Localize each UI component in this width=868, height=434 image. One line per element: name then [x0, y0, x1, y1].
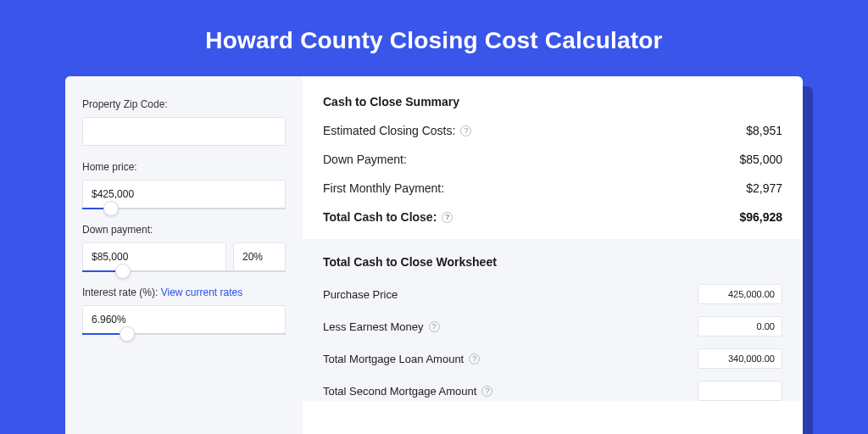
interest-input[interactable] [82, 305, 286, 334]
worksheet-row-value[interactable]: 425,000.00 [698, 284, 782, 304]
worksheet-row: Purchase Price425,000.00 [323, 284, 782, 304]
summary-row-label: Down Payment: [323, 153, 407, 166]
summary-row-value: $8,951 [746, 124, 782, 137]
down-payment-slider[interactable] [82, 270, 286, 272]
interest-label-text: Interest rate (%): [82, 287, 161, 298]
summary-rows: Estimated Closing Costs:?$8,951Down Paym… [323, 124, 782, 195]
down-payment-slider-knob[interactable] [115, 264, 131, 279]
help-icon[interactable]: ? [481, 386, 492, 397]
home-price-group: Home price: [82, 161, 286, 209]
interest-slider[interactable] [82, 333, 286, 335]
zip-input[interactable] [82, 117, 286, 146]
help-icon[interactable]: ? [460, 125, 471, 136]
worksheet-row-value[interactable]: 340,000.00 [698, 348, 782, 369]
summary-total-label: Total Cash to Close: [323, 210, 437, 224]
summary-row-label: First Monthly Payment: [323, 181, 444, 195]
home-price-slider[interactable] [82, 208, 286, 209]
interest-slider-knob[interactable] [120, 326, 135, 342]
zip-group: Property Zip Code: [82, 98, 286, 146]
zip-label: Property Zip Code: [82, 98, 286, 110]
worksheet-row-value[interactable]: 0.00 [698, 316, 782, 337]
worksheet-row: Less Earnest Money?0.00 [323, 316, 782, 337]
down-payment-input[interactable] [82, 242, 226, 271]
interest-group: Interest rate (%): View current rates [82, 287, 286, 334]
summary-total-row: Total Cash to Close: ? $96,928 [323, 210, 782, 224]
worksheet-row-label: Total Mortgage Loan Amount [323, 353, 464, 365]
worksheet-row-label: Less Earnest Money [323, 320, 424, 333]
inputs-panel: Property Zip Code: Home price: Down paym… [65, 76, 303, 434]
page-title: Howard County Closing Cost Calculator [0, 0, 868, 54]
view-rates-link[interactable]: View current rates [161, 287, 243, 298]
summary-row-label: Estimated Closing Costs: [323, 124, 455, 137]
worksheet-title: Total Cash to Close Worksheet [323, 255, 782, 269]
worksheet-row-value[interactable] [698, 381, 782, 401]
summary-row: Down Payment:$85,000 [323, 153, 782, 166]
calculator-card: Property Zip Code: Home price: Down paym… [65, 76, 803, 434]
summary-row: First Monthly Payment:$2,977 [323, 181, 782, 195]
results-panel: Cash to Close Summary Estimated Closing … [303, 76, 803, 434]
summary-row: Estimated Closing Costs:?$8,951 [323, 124, 782, 137]
worksheet-rows: Purchase Price425,000.00Less Earnest Mon… [323, 284, 782, 401]
home-price-label: Home price: [82, 161, 286, 173]
help-icon[interactable]: ? [469, 353, 480, 364]
worksheet-row-label: Purchase Price [323, 288, 398, 301]
worksheet-row: Total Second Mortgage Amount? [323, 381, 782, 401]
down-payment-label: Down payment: [82, 224, 286, 236]
worksheet-panel: Total Cash to Close Worksheet Purchase P… [303, 240, 803, 401]
home-price-slider-knob[interactable] [103, 201, 119, 216]
down-payment-pct-input[interactable] [233, 242, 286, 271]
interest-label: Interest rate (%): View current rates [82, 287, 286, 298]
worksheet-row-label: Total Second Mortgage Amount [323, 385, 476, 398]
summary-total-value: $96,928 [739, 210, 782, 224]
worksheet-row: Total Mortgage Loan Amount?340,000.00 [323, 348, 782, 369]
summary-title: Cash to Close Summary [323, 95, 782, 108]
summary-row-value: $2,977 [746, 181, 782, 195]
down-payment-group: Down payment: [82, 224, 286, 271]
help-icon[interactable]: ? [442, 212, 453, 223]
help-icon[interactable]: ? [429, 321, 440, 332]
summary-row-value: $85,000 [739, 153, 782, 166]
